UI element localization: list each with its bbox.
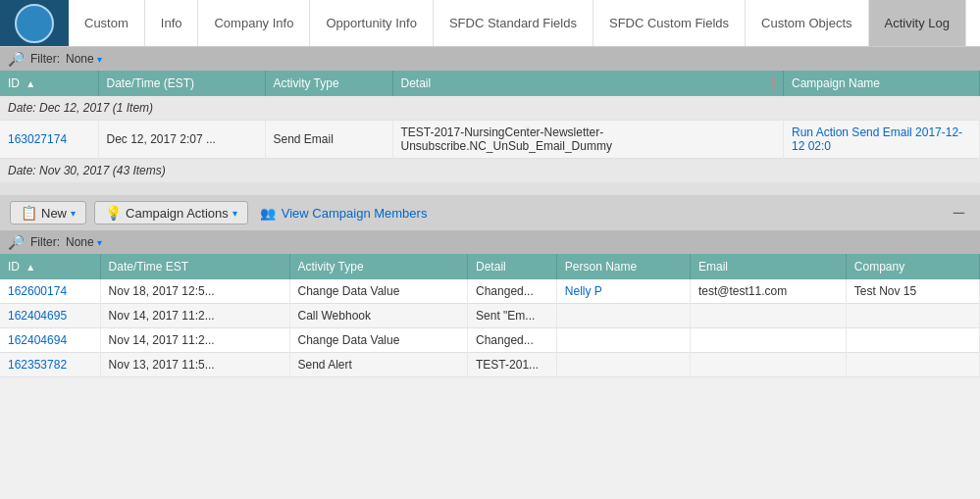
lower-col-header-company[interactable]: Company: [846, 254, 979, 279]
logo-area: [0, 0, 69, 46]
view-campaign-icon: 👥: [260, 206, 276, 221]
lower-col-header-activity[interactable]: Activity Type: [289, 254, 468, 279]
lower-row-person: [556, 328, 690, 353]
campaign-actions-arrow: ▾: [232, 208, 237, 219]
lower-row-activity_type: Send Alert: [289, 353, 468, 377]
lower-filter-icon: 🔎: [8, 234, 25, 250]
logo: [15, 4, 54, 43]
lower-filter-label: Filter:: [30, 235, 60, 249]
lower-row-person: Nelly P: [556, 279, 690, 304]
lower-col-header-datetime[interactable]: Date/Time EST: [100, 254, 289, 279]
view-campaign-members-link[interactable]: 👥 View Campaign Members: [260, 206, 428, 221]
col-resize-handle[interactable]: [772, 76, 775, 90]
lower-row-detail: Changed...: [468, 279, 557, 304]
lower-row-id-link[interactable]: 162404695: [8, 309, 67, 323]
new-icon: 📋: [21, 205, 37, 221]
tab-activity-log[interactable]: Activity Log: [869, 0, 966, 46]
upper-filter-arrow: ▾: [97, 54, 102, 65]
lower-row-email: test@test11.com: [690, 279, 846, 304]
lower-row-company: Test Nov 15: [846, 279, 979, 304]
lower-filter-arrow: ▾: [97, 237, 102, 248]
minimize-button[interactable]: ─: [948, 202, 970, 224]
upper-date-group-2: Date: Nov 30, 2017 (43 Items): [0, 159, 980, 183]
lower-panel: 📋 New ▾ 💡 Campaign Actions ▾ 👥 View Camp…: [0, 195, 980, 377]
lower-row-email: [690, 328, 846, 353]
lower-row-activity_type: Change Data Value: [289, 328, 468, 353]
lower-table-row: 162404694Nov 14, 2017 11:2...Change Data…: [0, 328, 980, 353]
lower-row-person-link[interactable]: Nelly P: [565, 284, 602, 298]
action-bar: 📋 New ▾ 💡 Campaign Actions ▾ 👥 View Camp…: [0, 195, 980, 230]
upper-filter-value: None: [66, 52, 94, 66]
upper-table-header-row: ID ▲ Date/Time (EST) Activity Type Detai…: [0, 71, 980, 96]
lower-col-header-id[interactable]: ID ▲: [0, 254, 100, 279]
upper-row-id-link[interactable]: 163027174: [8, 132, 67, 146]
campaign-actions-icon: 💡: [105, 205, 122, 221]
lower-row-company: [846, 328, 979, 353]
upper-col-header-campaign[interactable]: Campaign Name: [784, 71, 980, 96]
upper-filter-bar: 🔎 Filter: None ▾: [0, 47, 980, 71]
tab-company-info[interactable]: Company Info: [198, 0, 310, 46]
lower-row-detail: TEST-201...: [468, 353, 557, 377]
upper-row-datetime: Dec 12, 2017 2:07 ...: [98, 121, 265, 159]
lower-row-email: [690, 304, 846, 328]
lower-row-datetime: Nov 14, 2017 11:2...: [100, 304, 289, 328]
upper-col-header-datetime[interactable]: Date/Time (EST): [98, 71, 265, 96]
lower-row-id-link[interactable]: 162600174: [8, 284, 67, 298]
lower-table-row: 162600174Nov 18, 2017 12:5...Change Data…: [0, 279, 980, 304]
upper-date-group-2-label: Date: Nov 30, 2017 (43 Items): [8, 164, 166, 177]
lower-row-company: [846, 304, 979, 328]
upper-date-group-1-label: Date: Dec 12, 2017 (1 Item): [8, 101, 153, 115]
lower-row-activity_type: Call Webhook: [289, 304, 468, 328]
lower-table-row: 162404695Nov 14, 2017 11:2...Call Webhoo…: [0, 304, 980, 328]
lower-col-header-email[interactable]: Email: [690, 254, 846, 279]
lower-filter-value: None: [66, 235, 94, 249]
lower-row-datetime: Nov 14, 2017 11:2...: [100, 328, 289, 353]
tab-custom-objects[interactable]: Custom Objects: [746, 0, 868, 46]
lower-col-header-person[interactable]: Person Name: [556, 254, 690, 279]
tab-custom[interactable]: Custom: [69, 0, 145, 46]
lower-row-company: [846, 353, 979, 377]
tab-sfdc-custom[interactable]: SFDC Custom Fields: [593, 0, 746, 46]
upper-table: ID ▲ Date/Time (EST) Activity Type Detai…: [0, 71, 980, 183]
lower-row-id-link[interactable]: 162353782: [8, 358, 67, 372]
upper-col-header-detail[interactable]: Detail: [392, 71, 784, 96]
upper-col-header-activity[interactable]: Activity Type: [265, 71, 392, 96]
upper-table-row: 163027174 Dec 12, 2017 2:07 ... Send Ema…: [0, 121, 980, 159]
lower-filter-dropdown[interactable]: None ▾: [66, 235, 102, 249]
tab-opportunity-info[interactable]: Opportunity Info: [310, 0, 434, 46]
lower-table-row: 162353782Nov 13, 2017 11:5...Send AlertT…: [0, 353, 980, 377]
lower-row-datetime: Nov 18, 2017 12:5...: [100, 279, 289, 304]
tab-sfdc-standard[interactable]: SFDC Standard Fields: [434, 0, 593, 46]
lower-row-person: [556, 304, 690, 328]
lower-row-id: 162353782: [0, 353, 100, 377]
upper-filter-dropdown[interactable]: None ▾: [66, 52, 102, 66]
new-arrow: ▾: [71, 208, 76, 219]
new-button[interactable]: 📋 New ▾: [10, 201, 86, 225]
upper-panel: 🔎 Filter: None ▾ ID ▲ Date/Time (EST) Ac…: [0, 47, 980, 183]
upper-col-header-id[interactable]: ID ▲: [0, 71, 98, 96]
upper-row-campaign-link[interactable]: Run Action Send Email 2017-12-12 02:0: [792, 125, 962, 153]
lower-table-header-row: ID ▲ Date/Time EST Activity Type Detail …: [0, 254, 980, 279]
upper-row-detail: TEST-2017-NursingCenter-Newsletter-Unsub…: [392, 121, 784, 159]
lower-table: ID ▲ Date/Time EST Activity Type Detail …: [0, 254, 980, 377]
lower-row-detail: Sent "Em...: [468, 304, 557, 328]
panel-separator: [0, 183, 980, 195]
upper-row-activity: Send Email: [265, 121, 392, 159]
lower-col-header-detail[interactable]: Detail: [468, 254, 557, 279]
filter-label: Filter:: [30, 52, 60, 66]
sort-icon: ▲: [26, 78, 35, 89]
lower-row-id: 162404694: [0, 328, 100, 353]
upper-row-campaign: Run Action Send Email 2017-12-12 02:0: [784, 121, 980, 159]
top-nav: Custom Info Company Info Opportunity Inf…: [0, 0, 980, 47]
upper-date-group-1: Date: Dec 12, 2017 (1 Item): [0, 96, 980, 121]
lower-row-id: 162404695: [0, 304, 100, 328]
filter-icon: 🔎: [8, 51, 25, 67]
lower-row-activity_type: Change Data Value: [289, 279, 468, 304]
tab-info[interactable]: Info: [145, 0, 199, 46]
upper-row-id: 163027174: [0, 121, 98, 159]
lower-row-person: [556, 353, 690, 377]
lower-row-id-link[interactable]: 162404694: [8, 333, 67, 347]
lower-row-id: 162600174: [0, 279, 100, 304]
campaign-actions-button[interactable]: 💡 Campaign Actions ▾: [94, 201, 248, 225]
lower-row-detail: Changed...: [468, 328, 557, 353]
